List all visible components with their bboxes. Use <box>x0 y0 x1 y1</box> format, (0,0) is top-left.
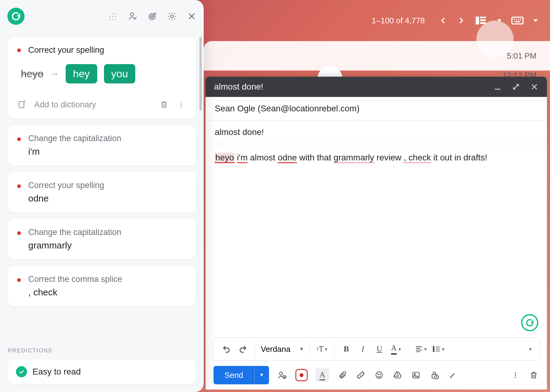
severity-dot <box>17 278 21 282</box>
trash-icon[interactable] <box>159 99 169 110</box>
severity-dot <box>17 184 21 188</box>
caret-down-icon: ▼ <box>299 346 304 352</box>
prediction-text: Easy to read <box>33 367 81 377</box>
svg-point-26 <box>131 13 134 16</box>
drive-icon[interactable] <box>392 370 403 380</box>
error-word-im[interactable]: i'm <box>237 153 248 163</box>
density-caret-icon[interactable] <box>497 16 502 25</box>
input-tools-icon[interactable] <box>511 16 524 25</box>
suggestion-word: , check <box>28 287 187 298</box>
suggestion-list: Correct your spelling heyo → hey you Add… <box>0 33 204 336</box>
bold-button[interactable]: B <box>341 343 352 355</box>
dictionary-icon[interactable] <box>17 99 28 110</box>
suggestion-chip[interactable]: you <box>104 64 136 83</box>
svg-point-33 <box>181 106 182 107</box>
density-icon[interactable] <box>475 16 488 25</box>
inbox-row-time: 5:01 PM <box>507 51 537 61</box>
minimize-icon[interactable] <box>494 83 502 91</box>
compose-subject-field[interactable]: almost done! <box>206 121 547 144</box>
drag-handle-icon[interactable]: :::::: <box>109 12 118 21</box>
compose-subject-header: almost done! <box>214 82 263 92</box>
profile-icon[interactable] <box>128 12 137 21</box>
undo-button[interactable] <box>221 343 232 355</box>
severity-dot <box>17 137 21 141</box>
suggestion-card[interactable]: Correct your spelling odne <box>8 172 196 212</box>
suggestion-title: Change the capitalization <box>28 228 187 237</box>
svg-rect-3 <box>480 22 486 24</box>
italic-button[interactable]: I <box>358 343 368 355</box>
add-to-dictionary-button[interactable]: Add to dictionary <box>34 100 96 110</box>
svg-rect-1 <box>480 17 486 18</box>
svg-point-23 <box>515 372 516 374</box>
predictions-heading: PREDICTIONS <box>8 348 204 354</box>
arrow-right-icon: → <box>50 69 59 79</box>
emoji-icon[interactable] <box>374 370 384 380</box>
svg-rect-4 <box>512 17 523 24</box>
suggestion-card[interactable]: Change the capitalization grammarly <box>8 219 196 259</box>
more-icon[interactable] <box>176 99 187 110</box>
error-word-odne[interactable]: odne <box>278 153 297 163</box>
attach-icon[interactable] <box>337 370 348 380</box>
original-word: heyo <box>21 68 44 80</box>
signature-icon[interactable] <box>277 370 287 380</box>
font-selector[interactable]: Verdana ▼ <box>258 344 307 354</box>
grammarly-badge[interactable] <box>521 314 538 331</box>
svg-point-13 <box>279 372 283 375</box>
error-word-grammarly[interactable]: grammarly <box>334 153 374 163</box>
prev-page-icon[interactable] <box>439 16 448 25</box>
svg-point-29 <box>152 16 153 17</box>
confidential-icon[interactable] <box>429 370 440 380</box>
suggestion-card[interactable]: Correct the comma splice , check <box>8 266 196 306</box>
error-word-heyo[interactable]: heyo <box>215 153 235 163</box>
text-format-icon[interactable]: A <box>316 368 329 382</box>
send-button-group: Send ▼ <box>213 366 269 384</box>
record-icon[interactable] <box>295 369 308 381</box>
suggestion-chip[interactable]: hey <box>66 64 97 83</box>
svg-point-31 <box>181 102 182 103</box>
text-color-button[interactable]: A▾ <box>391 343 401 355</box>
close-icon[interactable] <box>530 83 538 91</box>
panel-scrollbar[interactable] <box>199 37 202 374</box>
grammarly-header: :::::: <box>0 0 204 33</box>
suggestion-card[interactable]: Change the capitalization i'm <box>8 125 196 165</box>
svg-point-32 <box>181 104 182 105</box>
expand-icon[interactable] <box>512 83 520 91</box>
inbox-row[interactable]: 5:01 PM <box>204 41 550 71</box>
svg-point-25 <box>515 377 516 378</box>
pen-icon[interactable] <box>448 370 458 380</box>
send-options-button[interactable]: ▼ <box>254 366 269 384</box>
compose-window: almost done! Sean Ogle (Sean@locationreb… <box>206 77 547 390</box>
compose-body[interactable]: heyo i'm almost odne with that grammarly… <box>206 144 547 337</box>
svg-text:3: 3 <box>433 349 434 352</box>
align-button[interactable]: ▾ <box>415 343 427 355</box>
severity-dot <box>17 231 21 235</box>
svg-point-17 <box>378 374 378 375</box>
close-panel-icon[interactable] <box>187 12 196 21</box>
svg-point-30 <box>171 15 174 18</box>
discard-icon[interactable] <box>529 370 539 380</box>
underline-button[interactable]: U <box>374 343 385 355</box>
redo-button[interactable] <box>238 343 248 355</box>
more-options-icon[interactable] <box>510 370 521 380</box>
goals-icon[interactable] <box>148 12 157 21</box>
suggestion-card-expanded[interactable]: Correct your spelling heyo → hey you Add… <box>8 37 196 118</box>
check-icon <box>16 366 27 377</box>
gear-icon[interactable] <box>167 12 177 21</box>
next-page-icon[interactable] <box>457 16 465 25</box>
font-size-button[interactable]: тT▾ <box>317 343 327 355</box>
list-button[interactable]: 123▾ <box>433 343 444 355</box>
svg-rect-9 <box>515 21 520 22</box>
svg-point-15 <box>299 373 303 377</box>
input-tools-caret-icon[interactable] <box>533 16 538 25</box>
svg-rect-7 <box>518 19 519 20</box>
formatting-more-caret[interactable]: ▾ <box>525 343 536 355</box>
compose-to-field[interactable]: Sean Ogle (Sean@locationrebel.com) <box>206 97 547 121</box>
send-button[interactable]: Send <box>213 366 254 384</box>
error-word-check[interactable]: , check <box>404 153 431 163</box>
link-icon[interactable] <box>356 370 366 380</box>
prediction-card[interactable]: Easy to read <box>8 359 196 384</box>
compose-header[interactable]: almost done! <box>206 77 547 97</box>
image-icon[interactable] <box>411 370 421 380</box>
grammarly-logo[interactable] <box>7 8 25 25</box>
svg-point-20 <box>414 374 416 375</box>
